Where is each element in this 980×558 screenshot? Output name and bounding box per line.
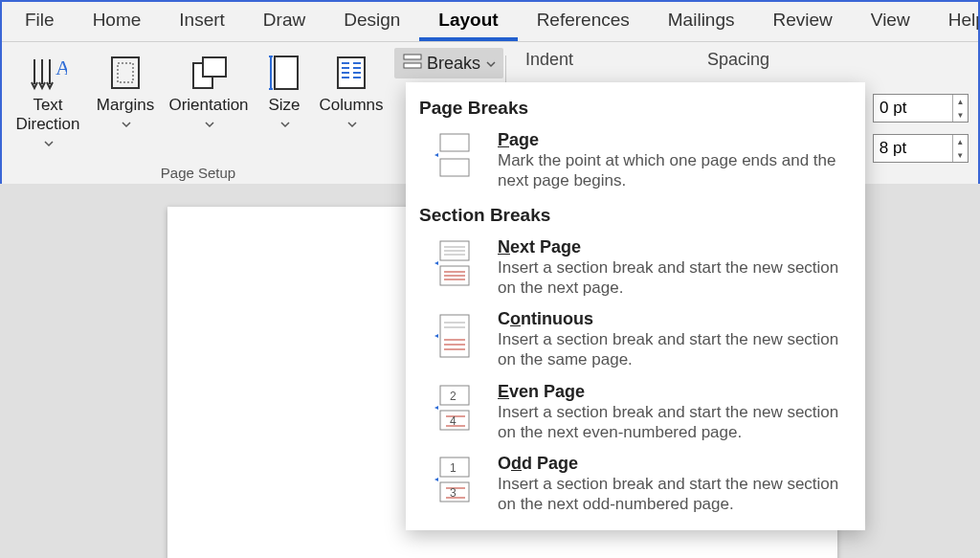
spacing-after-value: 8 pt bbox=[874, 139, 952, 158]
spacing-after-input[interactable]: 8 pt ▲▼ bbox=[873, 134, 969, 163]
ribbon-tabs: File Home Insert Draw Design Layout Refe… bbox=[2, 2, 978, 42]
svg-text:4: 4 bbox=[450, 414, 457, 428]
svg-text:3: 3 bbox=[450, 486, 457, 500]
margins-button[interactable]: Margins bbox=[91, 48, 160, 165]
svg-rect-4 bbox=[112, 57, 139, 88]
chevron-down-icon bbox=[280, 115, 290, 134]
chevron-down-icon bbox=[347, 115, 357, 134]
breaks-button[interactable]: Breaks bbox=[394, 48, 503, 78]
menu-item-title: Continuous bbox=[498, 309, 852, 329]
menu-item-desc: Insert a section break and start the new… bbox=[498, 329, 852, 370]
tab-view[interactable]: View bbox=[852, 2, 929, 41]
breaks-menu: Page Breaks Page Mark the point at which… bbox=[406, 82, 865, 530]
svg-rect-23 bbox=[440, 134, 469, 151]
tab-help[interactable]: Help bbox=[929, 2, 980, 41]
size-label: Size bbox=[268, 96, 300, 114]
columns-button[interactable]: Columns bbox=[315, 48, 388, 165]
columns-icon bbox=[334, 52, 368, 94]
size-button[interactable]: Size bbox=[257, 48, 311, 165]
odd-page-icon: 1 3 bbox=[427, 454, 480, 515]
margins-icon bbox=[108, 52, 143, 94]
tab-file[interactable]: File bbox=[6, 2, 74, 41]
tab-insert[interactable]: Insert bbox=[160, 2, 244, 41]
svg-text:A: A bbox=[56, 56, 67, 79]
next-page-icon bbox=[427, 237, 480, 299]
tab-draw[interactable]: Draw bbox=[244, 2, 324, 41]
page-breaks-header: Page Breaks bbox=[419, 98, 854, 119]
size-icon bbox=[267, 52, 301, 94]
svg-rect-33 bbox=[440, 315, 469, 357]
chevron-down-icon bbox=[44, 133, 54, 152]
group-page-setup: A Text Direction Margins bbox=[2, 42, 394, 185]
svg-rect-8 bbox=[275, 56, 298, 89]
tab-design[interactable]: Design bbox=[324, 2, 419, 41]
menu-item-desc: Insert a section break and start the new… bbox=[498, 257, 852, 299]
svg-text:1: 1 bbox=[450, 461, 457, 475]
tab-layout[interactable]: Layout bbox=[419, 2, 517, 41]
indent-label: Indent bbox=[525, 50, 573, 70]
group-label-page-setup: Page Setup bbox=[161, 165, 235, 183]
text-direction-icon: A bbox=[29, 52, 67, 94]
orientation-label: Orientation bbox=[168, 96, 248, 114]
svg-text:2: 2 bbox=[450, 390, 457, 403]
spinner-arrows[interactable]: ▲▼ bbox=[952, 95, 968, 122]
section-breaks-header: Section Breaks bbox=[419, 205, 854, 226]
menu-item-title: Next Page bbox=[498, 237, 852, 257]
menu-item-even-page[interactable]: 2 4 Even Page Insert a section break and… bbox=[417, 378, 854, 451]
spacing-label: Spacing bbox=[707, 50, 769, 70]
spacing-before-value: 0 pt bbox=[874, 99, 952, 118]
continuous-icon bbox=[427, 309, 480, 370]
menu-item-title: Page bbox=[498, 130, 852, 150]
menu-item-title: Odd Page bbox=[498, 454, 852, 474]
menu-item-continuous[interactable]: Continuous Insert a section break and st… bbox=[417, 305, 854, 378]
svg-rect-21 bbox=[404, 55, 421, 59]
spinner-arrows[interactable]: ▲▼ bbox=[952, 135, 968, 162]
menu-item-odd-page[interactable]: 1 3 Odd Page Insert a section break and … bbox=[417, 450, 854, 523]
margins-label: Margins bbox=[97, 96, 154, 114]
orientation-icon bbox=[189, 52, 228, 94]
svg-rect-7 bbox=[203, 57, 226, 77]
menu-item-title: Even Page bbox=[498, 382, 852, 402]
menu-item-desc: Insert a section break and start the new… bbox=[498, 474, 852, 515]
breaks-label: Breaks bbox=[427, 54, 480, 74]
spacing-before-input[interactable]: 0 pt ▲▼ bbox=[873, 94, 969, 123]
menu-item-desc: Insert a section break and start the new… bbox=[498, 402, 852, 443]
columns-label: Columns bbox=[319, 96, 383, 114]
menu-item-page-break[interactable]: Page Mark the point at which one page en… bbox=[417, 126, 854, 199]
orientation-button[interactable]: Orientation bbox=[164, 48, 254, 165]
tab-home[interactable]: Home bbox=[74, 2, 161, 41]
breaks-icon bbox=[402, 53, 423, 75]
tab-mailings[interactable]: Mailings bbox=[649, 2, 754, 41]
text-direction-button[interactable]: A Text Direction bbox=[9, 48, 87, 165]
chevron-down-icon bbox=[205, 115, 214, 134]
svg-rect-5 bbox=[118, 63, 133, 82]
tab-references[interactable]: References bbox=[518, 2, 649, 41]
menu-item-next-page[interactable]: Next Page Insert a section break and sta… bbox=[417, 234, 854, 306]
page-break-icon bbox=[427, 130, 480, 191]
svg-rect-22 bbox=[404, 63, 421, 68]
svg-rect-24 bbox=[440, 159, 469, 176]
even-page-icon: 2 4 bbox=[427, 382, 480, 443]
menu-item-desc: Mark the point at which one page ends an… bbox=[498, 150, 852, 191]
tab-review[interactable]: Review bbox=[754, 2, 852, 41]
text-direction-label: Text Direction bbox=[15, 96, 79, 133]
chevron-down-icon bbox=[122, 115, 131, 134]
chevron-down-icon bbox=[486, 54, 496, 74]
